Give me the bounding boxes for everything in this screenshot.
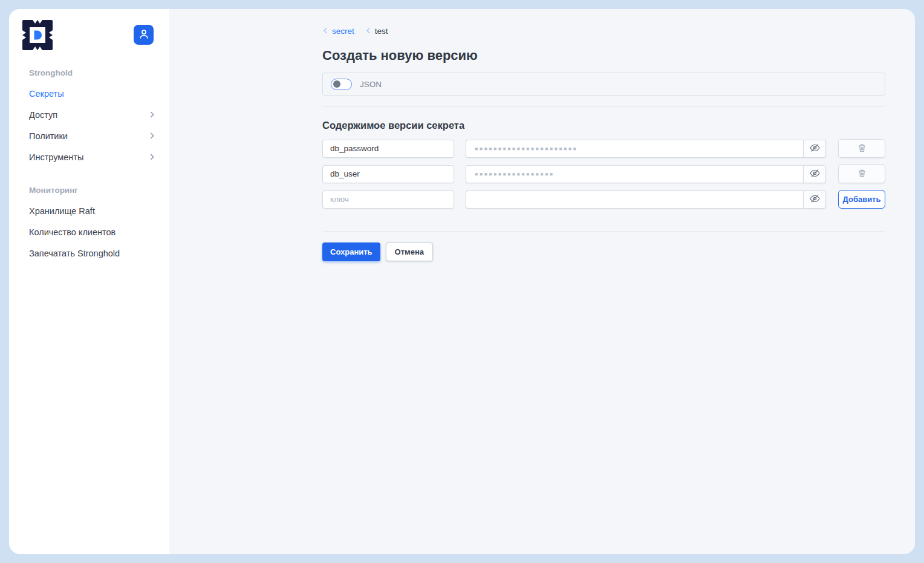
breadcrumb-current: test (375, 27, 388, 36)
nav-section-header: Мониторинг (29, 180, 169, 200)
trash-icon (857, 168, 867, 180)
add-row-button[interactable]: Добавить (838, 190, 885, 209)
user-icon (137, 27, 151, 42)
nav-section-header: Stronghold (29, 62, 169, 83)
stronghold-logo-icon (22, 20, 53, 53)
table-row (322, 164, 885, 183)
form-actions: Сохранить Отмена (322, 242, 885, 261)
secret-kv-rows: Добавить (322, 139, 885, 209)
delete-row-button[interactable] (838, 164, 885, 183)
breadcrumb-item-test: test (365, 27, 388, 36)
key-input[interactable] (322, 165, 454, 183)
sidebar-item-raft-storage[interactable]: Хранилище Raft (29, 200, 169, 221)
key-input[interactable] (322, 140, 454, 158)
toggle-knob-icon (333, 80, 340, 88)
sidebar-item-label: Количество клиентов (29, 227, 116, 237)
json-toggle-label: JSON (360, 80, 382, 89)
breadcrumb-link[interactable]: secret (332, 27, 354, 36)
sidebar-item-label: Политики (29, 131, 68, 141)
toggle-visibility-button[interactable] (803, 165, 826, 183)
row-action (838, 139, 885, 158)
save-button[interactable]: Сохранить (322, 242, 380, 261)
user-account-button[interactable] (134, 25, 154, 45)
value-input[interactable] (466, 165, 803, 183)
trash-icon (857, 143, 867, 155)
breadcrumb-item-secret[interactable]: secret (322, 27, 354, 36)
sidebar-header (9, 9, 169, 53)
main-area: secret test Создать новую версию JSON (169, 9, 915, 554)
app-window: Stronghold Секреты Доступ Политики (9, 9, 915, 554)
key-input[interactable] (322, 190, 454, 209)
nav-section-stronghold: Stronghold Секреты Доступ Политики (29, 62, 169, 168)
sidebar-item-policies[interactable]: Политики (29, 125, 169, 146)
sidebar-item-secrets[interactable]: Секреты (29, 83, 169, 104)
toggle-visibility-button[interactable] (803, 190, 826, 209)
divider (322, 106, 885, 107)
sidebar-item-label: Секреты (29, 89, 64, 99)
chevron-right-icon (149, 131, 155, 141)
sidebar-item-tools[interactable]: Инструменты (29, 146, 169, 168)
sidebar-item-access[interactable]: Доступ (29, 104, 169, 125)
value-input[interactable] (466, 190, 803, 209)
section-title: Содержимое версии секрета (322, 120, 885, 131)
value-input[interactable] (466, 140, 803, 158)
page-title: Создать новую версию (322, 48, 885, 63)
sidebar-item-label: Инструменты (29, 152, 83, 162)
chevron-right-icon (149, 110, 155, 120)
table-row (322, 139, 885, 158)
main-content: secret test Создать новую версию JSON (322, 27, 885, 261)
value-input-group (466, 165, 826, 183)
chevron-right-icon (149, 152, 155, 162)
cancel-button[interactable]: Отмена (386, 242, 433, 261)
chevron-left-icon (322, 27, 328, 36)
json-toggle-bar: JSON (322, 73, 885, 96)
sidebar-nav: Stronghold Секреты Доступ Политики (9, 62, 169, 264)
eye-off-icon (809, 168, 821, 181)
value-input-group (466, 190, 826, 209)
eye-off-icon (809, 193, 821, 206)
json-toggle[interactable] (331, 79, 352, 90)
delete-row-button[interactable] (838, 139, 885, 158)
sidebar-item-client-count[interactable]: Количество клиентов (29, 221, 169, 242)
value-input-group (466, 140, 826, 158)
app-frame: Stronghold Секреты Доступ Политики (0, 0, 924, 563)
row-action: Добавить (838, 190, 885, 209)
sidebar: Stronghold Секреты Доступ Политики (9, 9, 169, 554)
divider (322, 231, 885, 232)
chevron-left-icon (365, 27, 371, 36)
sidebar-item-label: Хранилище Raft (29, 206, 95, 216)
sidebar-item-label: Запечатать Stronghold (29, 249, 120, 258)
sidebar-item-label: Доступ (29, 110, 57, 120)
row-action (838, 164, 885, 183)
sidebar-item-seal-stronghold[interactable]: Запечатать Stronghold (29, 242, 169, 264)
toggle-visibility-button[interactable] (803, 140, 826, 158)
eye-off-icon (809, 142, 821, 155)
breadcrumb: secret test (322, 27, 885, 36)
table-row: Добавить (322, 190, 885, 209)
nav-section-monitoring: Мониторинг Хранилище Raft Количество кли… (29, 180, 169, 264)
